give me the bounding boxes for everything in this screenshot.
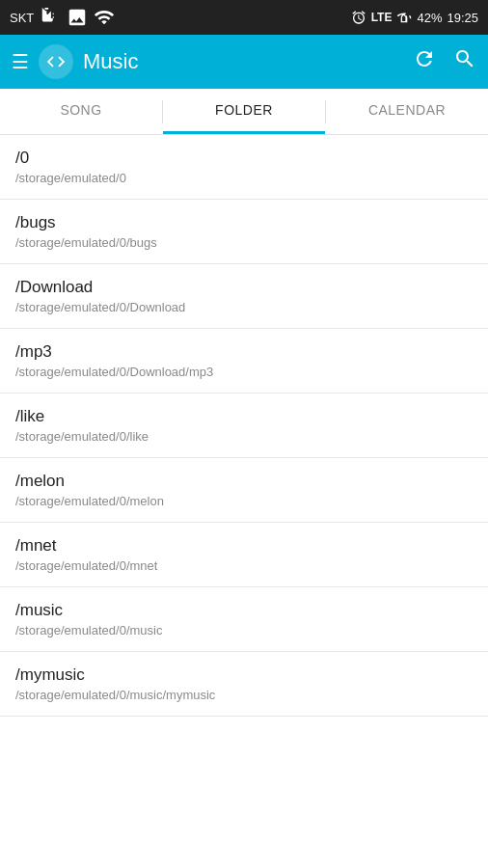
folder-path: /storage/emulated/0/like bbox=[15, 429, 473, 444]
tab-calendar[interactable]: CALENDAR bbox=[326, 89, 488, 134]
folder-item[interactable]: /like/storage/emulated/0/like bbox=[0, 393, 488, 458]
tabs-bar: SONG FOLDER CALENDAR bbox=[0, 89, 488, 135]
search-button[interactable] bbox=[453, 47, 476, 76]
app-bar: ☰ Music bbox=[0, 35, 488, 89]
folder-path: /storage/emulated/0/melon bbox=[15, 494, 473, 508]
folder-item[interactable]: /music/storage/emulated/0/music bbox=[0, 587, 488, 652]
folder-name: /Download bbox=[15, 278, 473, 297]
time-label: 19:25 bbox=[447, 11, 478, 25]
status-right: LTE 42% 19:25 bbox=[351, 10, 478, 25]
folder-name: /0 bbox=[15, 149, 473, 168]
folder-path: /storage/emulated/0/Download bbox=[15, 300, 473, 314]
folder-item[interactable]: /0/storage/emulated/0 bbox=[0, 135, 488, 200]
folder-item[interactable]: /Download/storage/emulated/0/Download bbox=[0, 264, 488, 329]
network-label: LTE bbox=[371, 11, 393, 24]
folder-item[interactable]: /mnet/storage/emulated/0/mnet bbox=[0, 523, 488, 587]
app-bar-right bbox=[413, 47, 476, 76]
folder-list: /0/storage/emulated/0/bugs/storage/emula… bbox=[0, 135, 488, 868]
usb-icon bbox=[40, 7, 61, 28]
refresh-button[interactable] bbox=[413, 47, 436, 76]
folder-item[interactable]: /melon/storage/emulated/0/melon bbox=[0, 458, 488, 523]
app-bar-left: ☰ Music bbox=[12, 44, 138, 79]
alarm-icon bbox=[351, 10, 366, 25]
screenshot-icon bbox=[67, 7, 88, 28]
tab-song[interactable]: SONG bbox=[0, 89, 162, 134]
folder-path: /storage/emulated/0/mnet bbox=[15, 558, 473, 573]
menu-icon[interactable]: ☰ bbox=[12, 50, 29, 73]
folder-item[interactable]: /mymusic/storage/emulated/0/music/mymusi… bbox=[0, 652, 488, 717]
carrier-label: SKT bbox=[10, 11, 34, 25]
app-title: Music bbox=[83, 49, 138, 74]
folder-item[interactable]: /mp3/storage/emulated/0/Download/mp3 bbox=[0, 329, 488, 393]
folder-name: /mp3 bbox=[15, 342, 473, 362]
tab-folder[interactable]: FOLDER bbox=[163, 89, 325, 134]
status-left: SKT bbox=[10, 7, 115, 28]
folder-name: /music bbox=[15, 601, 473, 620]
folder-item[interactable]: /bugs/storage/emulated/0/bugs bbox=[0, 200, 488, 264]
folder-path: /storage/emulated/0/Download/mp3 bbox=[15, 365, 473, 379]
folder-name: /mymusic bbox=[15, 665, 473, 685]
status-bar: SKT LTE 42% 19:25 bbox=[0, 0, 488, 35]
app-logo bbox=[39, 44, 73, 79]
folder-name: /bugs bbox=[15, 213, 473, 232]
folder-path: /storage/emulated/0 bbox=[15, 171, 473, 185]
signal-icon bbox=[396, 10, 412, 25]
battery-label: 42% bbox=[417, 11, 442, 25]
folder-name: /melon bbox=[15, 472, 473, 491]
folder-name: /mnet bbox=[15, 536, 473, 556]
folder-path: /storage/emulated/0/music bbox=[15, 623, 473, 637]
code-icon bbox=[45, 51, 67, 72]
wifi-icon bbox=[94, 7, 115, 28]
folder-path: /storage/emulated/0/bugs bbox=[15, 235, 473, 250]
folder-name: /like bbox=[15, 407, 473, 426]
folder-path: /storage/emulated/0/music/mymusic bbox=[15, 688, 473, 702]
